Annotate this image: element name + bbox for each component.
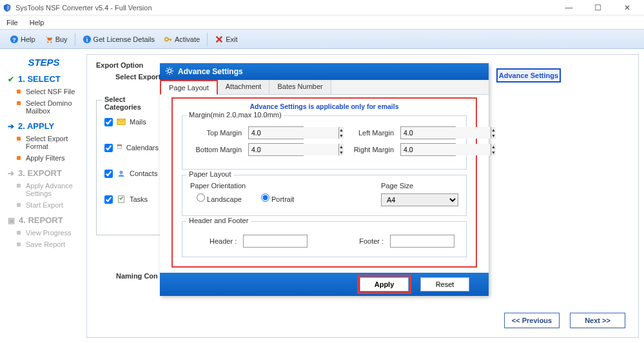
maximize-button[interactable]: ☐ — [583, 0, 612, 15]
dialog-tabs: Page Layout Attachment Bates Number — [160, 80, 489, 95]
top-margin-spinner[interactable]: ▲▼ — [248, 126, 304, 139]
bottom-margin-spinner[interactable]: ▲▼ — [248, 143, 304, 156]
step-2-apply[interactable]: ➔2. APPLY — [8, 121, 81, 131]
landscape-option[interactable]: Landscape — [197, 193, 242, 203]
menubar: File Help — [0, 15, 644, 30]
category-calendars[interactable]: Calendars — [104, 143, 159, 152]
mails-checkbox[interactable] — [104, 118, 113, 126]
calendar-icon — [117, 143, 122, 152]
toolbar-buy-label: Buy — [55, 35, 68, 43]
left-margin-input[interactable] — [401, 127, 491, 139]
toolbar-exit[interactable]: Exit — [210, 33, 242, 46]
top-margin-label: Top Margin — [190, 129, 242, 137]
svg-point-3 — [50, 41, 52, 43]
bullet-icon — [17, 203, 21, 207]
toolbar-license[interactable]: i Get License Details — [78, 33, 159, 46]
toolbar-activate[interactable]: Activate — [159, 33, 204, 46]
bottom-margin-label: Bottom Margin — [190, 146, 242, 153]
menu-help[interactable]: Help — [30, 19, 44, 26]
cart-icon — [44, 35, 54, 44]
sidebar: STEPS ✔1. SELECT Select NSF File Select … — [5, 54, 83, 338]
right-margin-input[interactable] — [401, 144, 491, 155]
margin-legend: Margin(min 2.0,max 10.0mm) — [186, 111, 284, 119]
portrait-radio[interactable] — [261, 193, 269, 202]
toolbar-exit-label: Exit — [226, 35, 237, 43]
contacts-checkbox[interactable] — [104, 170, 113, 178]
margin-group: Margin(min 2.0,max 10.0mm) Top Margin ▲▼… — [182, 115, 467, 170]
key-icon — [164, 35, 173, 44]
step-sub-apply-filters[interactable]: Apply Filters — [17, 154, 81, 162]
right-margin-spinner[interactable]: ▲▼ — [400, 143, 456, 156]
tasks-checkbox[interactable] — [104, 195, 113, 204]
toolbar-help-label: Help — [21, 35, 35, 43]
landscape-radio[interactable] — [197, 193, 205, 202]
advance-settings-button[interactable]: Advance Settings — [496, 68, 561, 83]
step-sub-select-nsf[interactable]: Select NSF File — [17, 88, 81, 95]
toolbar-separator — [75, 33, 75, 46]
contacts-icon — [117, 169, 126, 178]
next-button[interactable]: Next >> — [570, 313, 625, 328]
svg-point-2 — [47, 41, 48, 43]
toolbar-license-label: Get License Details — [93, 35, 155, 43]
toolbar-help[interactable]: ? Help — [5, 33, 40, 46]
svg-point-10 — [119, 171, 122, 174]
header-input[interactable] — [243, 235, 307, 248]
settings-frame: Advance Settings is applicable only for … — [171, 97, 477, 268]
apply-button[interactable]: Apply — [360, 277, 409, 291]
svg-text:?: ? — [12, 36, 15, 43]
calendars-checkbox[interactable] — [104, 144, 113, 152]
minimize-button[interactable]: — — [554, 0, 583, 15]
reset-button[interactable]: Reset — [420, 277, 469, 291]
svg-point-6 — [165, 37, 168, 41]
paper-layout-legend: Paper Layout — [186, 170, 233, 178]
category-contacts[interactable]: Contacts — [104, 169, 159, 178]
footer-input[interactable] — [390, 235, 454, 248]
previous-button[interactable]: << Previous — [504, 313, 560, 328]
up-arrow-icon[interactable]: ▲ — [491, 144, 496, 150]
step-sub-save-report[interactable]: Save Report — [17, 240, 81, 248]
step-sub-select-domino[interactable]: Select Domino Mailbox — [17, 99, 81, 115]
select-categories-legend: Select Categories — [102, 95, 166, 111]
left-margin-spinner[interactable]: ▲▼ — [400, 126, 456, 139]
top-margin-input[interactable] — [249, 127, 338, 139]
menu-file[interactable]: File — [6, 19, 18, 26]
toolbar-activate-label: Activate — [175, 35, 200, 43]
check-icon: ✔ — [8, 75, 14, 84]
tab-page-layout[interactable]: Page Layout — [160, 80, 218, 95]
paper-orientation-label: Paper Orientation — [190, 182, 342, 190]
category-mails[interactable]: Mails — [104, 117, 159, 126]
step-4-report[interactable]: ▣4. REPORT — [8, 215, 81, 225]
toolbar-buy[interactable]: Buy — [40, 33, 72, 46]
portrait-option[interactable]: Portrait — [261, 193, 295, 203]
category-tasks[interactable]: Tasks — [104, 195, 159, 204]
down-arrow-icon[interactable]: ▼ — [491, 150, 496, 155]
step-3-export[interactable]: ➔3. EXPORT — [8, 168, 81, 178]
step-1-select[interactable]: ✔1. SELECT — [8, 74, 81, 84]
up-arrow-icon[interactable]: ▲ — [491, 127, 496, 133]
bullet-icon — [17, 90, 21, 93]
bottom-margin-input[interactable] — [249, 144, 338, 155]
step-sub-view-progress[interactable]: View Progress — [17, 229, 81, 237]
svg-text:i: i — [86, 36, 87, 43]
page-size-select[interactable]: A4 — [381, 193, 458, 206]
toolbar: ? Help Buy i Get License Details Activat… — [0, 30, 644, 49]
dialog-header[interactable]: Advance Settings — [160, 63, 489, 80]
tab-attachment[interactable]: Attachment — [218, 80, 270, 94]
header-label: Header : — [210, 237, 237, 245]
step-sub-export-format[interactable]: Select Export Format — [17, 135, 81, 150]
step-sub-start-export[interactable]: Start Export — [17, 201, 81, 209]
bullet-icon — [17, 156, 21, 160]
svg-point-12 — [168, 69, 171, 72]
close-button[interactable]: ✕ — [612, 0, 641, 15]
gear-icon — [165, 66, 174, 77]
bullet-icon — [17, 184, 21, 188]
left-margin-label: Left Margin — [342, 129, 394, 137]
down-arrow-icon[interactable]: ▼ — [491, 133, 496, 139]
bullet-icon — [17, 242, 21, 246]
step-sub-adv-settings[interactable]: Apply Advance Settings — [17, 182, 81, 197]
tab-bates-number[interactable]: Bates Number — [269, 80, 331, 94]
info-icon: i — [83, 35, 92, 44]
svg-rect-9 — [117, 145, 122, 146]
paper-layout-group: Paper Layout Paper Orientation Landscape… — [182, 175, 467, 216]
bullet-icon — [17, 137, 21, 141]
